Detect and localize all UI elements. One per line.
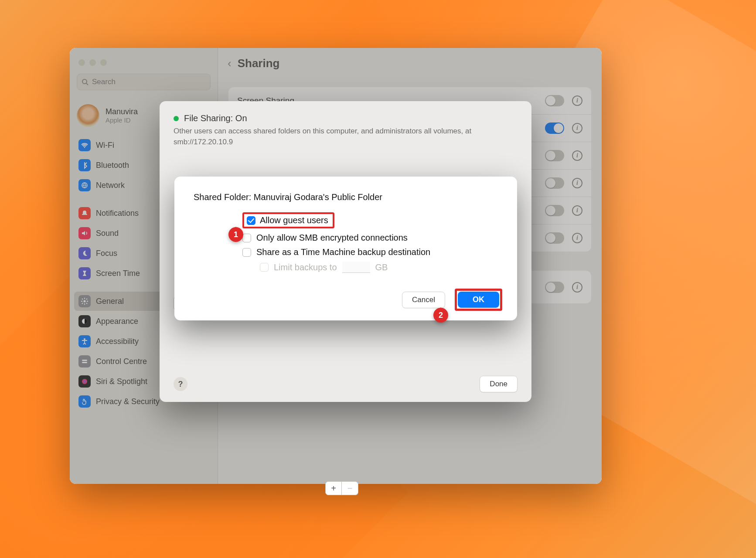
gear-icon xyxy=(78,295,91,307)
toggle[interactable] xyxy=(545,282,564,293)
info-icon[interactable]: i xyxy=(572,123,582,133)
sidebar-item-label: Sound xyxy=(96,229,119,238)
avatar xyxy=(77,104,99,127)
svg-point-0 xyxy=(82,79,87,84)
sidebar-item-label: Siri & Spotlight xyxy=(96,377,147,386)
sidebar-item-label: Privacy & Security xyxy=(96,397,160,406)
sidebar-item-label: Notifications xyxy=(96,209,139,218)
shared-folder-title: Shared Folder: Manuviraj Godara's Public… xyxy=(194,192,498,202)
minimize-icon[interactable] xyxy=(89,59,96,66)
limit-label: Limit backups to xyxy=(274,262,337,272)
siri-icon xyxy=(78,375,91,388)
sidebar-item-label: Screen Time xyxy=(96,269,140,278)
svg-rect-7 xyxy=(82,360,87,361)
shared-folder-sheet: Shared Folder: Manuviraj Godara's Public… xyxy=(174,177,517,320)
toggle[interactable] xyxy=(545,232,564,244)
traffic-lights xyxy=(70,54,218,74)
sidebar-item-label: Focus xyxy=(96,249,117,258)
bell-icon xyxy=(78,207,91,219)
ok-button[interactable]: OK xyxy=(458,292,499,308)
done-button[interactable]: Done xyxy=(480,376,518,392)
hand-icon xyxy=(78,395,91,408)
gb-label: GB xyxy=(375,262,388,272)
sidebar-item-label: Wi-Fi xyxy=(96,141,114,150)
highlight-1: Allow guest users xyxy=(242,212,334,228)
sidebar-item-label: General xyxy=(96,297,124,306)
acc-icon xyxy=(78,335,91,347)
search-icon xyxy=(82,78,89,85)
search-field[interactable] xyxy=(92,78,206,86)
account-name: Manuvira xyxy=(106,107,138,116)
search-input[interactable] xyxy=(77,74,211,90)
toggle[interactable] xyxy=(545,177,564,189)
back-button[interactable]: ‹ xyxy=(228,57,232,70)
add-user-button[interactable]: + xyxy=(325,481,342,495)
snd-icon xyxy=(78,227,91,239)
info-icon[interactable]: i xyxy=(572,95,582,106)
help-button[interactable]: ? xyxy=(174,377,187,391)
info-icon[interactable]: i xyxy=(572,150,582,161)
annotation-marker-1: 1 xyxy=(228,227,243,242)
hour-icon xyxy=(78,267,91,279)
svg-line-1 xyxy=(86,83,88,85)
timemachine-checkbox[interactable] xyxy=(242,248,251,257)
toggle[interactable] xyxy=(545,122,564,134)
info-icon[interactable]: i xyxy=(572,282,582,293)
close-icon[interactable] xyxy=(78,59,85,66)
limit-checkbox xyxy=(260,263,269,272)
remove-user-button[interactable]: − xyxy=(342,481,358,495)
status-dot-icon xyxy=(174,116,179,121)
sheet-title: File Sharing: On xyxy=(184,113,247,123)
sidebar-item-label: Network xyxy=(96,181,125,190)
page-title: Sharing xyxy=(238,57,280,70)
net-icon xyxy=(78,179,91,191)
toggle[interactable] xyxy=(545,205,564,216)
sidebar-item-label: Appearance xyxy=(96,317,138,326)
limit-input xyxy=(342,262,370,273)
toggle[interactable] xyxy=(545,95,564,106)
moon-icon xyxy=(78,247,91,259)
toggle[interactable] xyxy=(545,150,564,161)
svg-point-9 xyxy=(82,379,87,384)
svg-point-4 xyxy=(84,300,86,303)
highlight-2: OK xyxy=(455,289,502,311)
appear-icon xyxy=(78,315,91,327)
allow-guests-checkbox[interactable] xyxy=(247,216,255,225)
account-sub: Apple ID xyxy=(106,116,138,124)
info-icon[interactable]: i xyxy=(572,178,582,188)
sidebar-item-label: Accessibility xyxy=(96,337,139,346)
svg-point-2 xyxy=(84,147,85,148)
bt-icon xyxy=(78,159,91,171)
sidebar-item-label: Bluetooth xyxy=(96,161,129,170)
smb-checkbox[interactable] xyxy=(242,234,251,242)
sheet-description: Other users can access shared folders on… xyxy=(174,126,518,147)
sidebar-item-label: Control Centre xyxy=(96,357,147,366)
info-icon[interactable]: i xyxy=(572,233,582,243)
annotation-marker-2: 2 xyxy=(433,308,448,323)
wifi-icon xyxy=(78,139,91,151)
allow-guests-label: Allow guest users xyxy=(260,215,328,225)
svg-point-6 xyxy=(84,338,85,340)
cc-icon xyxy=(78,355,91,367)
smb-label: Only allow SMB encrypted connections xyxy=(256,233,408,243)
zoom-icon[interactable] xyxy=(100,59,107,66)
svg-rect-8 xyxy=(82,362,87,363)
timemachine-label: Share as a Time Machine backup destinati… xyxy=(256,247,430,257)
info-icon[interactable]: i xyxy=(572,205,582,216)
